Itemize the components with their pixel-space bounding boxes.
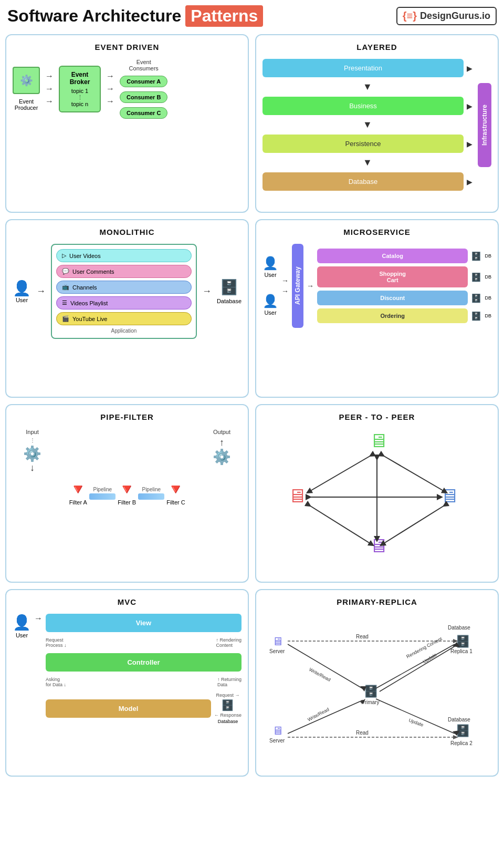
svg-line-8 — [288, 644, 362, 688]
layer-row-presentation: Presentation ▶ — [262, 59, 472, 77]
micro-arrow-1: → — [281, 276, 289, 285]
mvc-view-labels: RequestProcess ↓ ↑ RenderingContent — [46, 637, 242, 648]
output-label: Output — [213, 429, 230, 435]
mvc-db: Request → 🗄️ ← Response Database — [214, 693, 242, 724]
replica1-label: Replica 1 — [450, 648, 472, 654]
micro-user-label-1: User — [264, 272, 276, 278]
layered-box: LAYERED Presentation ▶ ▼ Business ▶ ▼ Pe… — [255, 34, 499, 213]
db-top-header: Database — [448, 625, 470, 631]
pipe-top-row: Input ⋮ ⚙️ ↓ Output ↑ ⚙️ — [13, 429, 242, 473]
producer-label: EventProducer — [15, 98, 38, 111]
db-cart: 🗄️ — [471, 272, 481, 282]
service-ordering: Ordering — [317, 308, 468, 323]
monolithic-title: MONOLITHIC — [13, 228, 242, 236]
user-icon-mono: 👤 — [13, 280, 31, 297]
svg-line-2 — [309, 505, 372, 544]
mvc-user-label: User — [16, 632, 28, 638]
layer-row-database: Database ▶ — [262, 172, 472, 191]
mono-app-box: ▷ User Videos 💬 User Comments 📺 Channels… — [51, 244, 197, 339]
mvc-model-row: Model Request → 🗄️ ← Response Database — [46, 693, 242, 724]
returning-label: ↑ ReturningData — [217, 677, 242, 687]
db-label-ordering: DB — [485, 313, 491, 318]
filter-a-label: Filter A — [69, 499, 87, 505]
svg-line-13 — [288, 700, 362, 734]
pipe-filter-row: 🔻 Filter A Pipeline 🔻 Filter B Pipeline … — [69, 481, 185, 505]
logo-text: DesignGurus.io — [420, 11, 490, 22]
user-icon-micro-2: 👤 — [262, 294, 278, 308]
layer-arrow-1: ▶ — [467, 64, 472, 73]
arrow-3: → — [45, 97, 54, 106]
db-ordering: 🗄️ — [471, 311, 481, 321]
layer-database: Database — [262, 172, 464, 191]
micro-content: 👤 User 👤 User → → API Gateway → Catalog … — [262, 244, 491, 328]
svg-line-0 — [309, 455, 372, 492]
filter-a-icon: 🔻 — [69, 481, 87, 498]
filter-b: 🔻 Filter B — [118, 481, 136, 505]
request2-label: Request → — [216, 693, 239, 698]
db-label-mvc: Database — [218, 719, 238, 724]
write-read-label-top: Write/Read — [308, 667, 331, 683]
broker-topics: topic 1⋮topic n — [65, 88, 94, 107]
read-label-bot: Read — [356, 730, 369, 736]
micro-arrows: → → — [281, 276, 289, 295]
monolithic-content: 👤 User → ▷ User Videos 💬 User Comments 📺… — [13, 244, 242, 339]
logo-bracket: {≡} — [403, 10, 417, 22]
event-driven-title: EVENT DRIVEN — [13, 43, 242, 51]
microservice-box: MICROSERVICE 👤 User 👤 User → → API Gatew… — [255, 219, 499, 398]
list-icon: ☰ — [62, 300, 67, 306]
comment-icon: 💬 — [62, 268, 69, 275]
app-label: Application — [56, 328, 192, 334]
db-catalog: 🗄️ — [471, 251, 481, 261]
event-producer: ⚙️ EventProducer — [13, 67, 40, 111]
consumers-header: EventConsumers — [120, 59, 167, 71]
mono-item-channels: 📺 Channels — [56, 281, 192, 294]
layer-arrow-4: ▶ — [467, 178, 472, 186]
p2p-content: 🖥 🖥 🖥 🖥 — [262, 429, 491, 560]
row-2: MONOLITHIC 👤 User → ▷ User Videos 💬 User… — [5, 219, 499, 398]
micro-user-2: 👤 User — [262, 294, 278, 316]
mono-user: 👤 User — [13, 280, 31, 303]
event-broker: EventBroker topic 1⋮topic n — [59, 66, 101, 112]
monolithic-box: MONOLITHIC 👤 User → ▷ User Videos 💬 User… — [5, 219, 249, 398]
layer-row-business: Business ▶ — [262, 97, 472, 115]
api-gateway: API Gateway — [292, 244, 303, 328]
arrow-cb: → — [106, 84, 114, 94]
micro-services: Catalog 🗄️ DB ShoppingCart 🗄️ DB Discoun… — [317, 249, 491, 323]
down-arrow-2: ▼ — [262, 119, 472, 130]
db-bot-icon: 🗄️ — [456, 724, 470, 738]
pipe-bar-2 — [138, 493, 164, 500]
svg-line-3 — [382, 505, 445, 544]
broker-title: EventBroker — [65, 71, 94, 86]
layer-persistence: Persistence — [262, 135, 464, 153]
mvc-controller: Controller — [46, 653, 242, 672]
mono-item-live: 🎬 YouTube Live — [56, 312, 192, 325]
filter-b-label: Filter B — [118, 499, 136, 505]
db-bot-header: Database — [448, 717, 470, 723]
pipe-input: Input ⋮ ⚙️ ↓ — [23, 429, 41, 473]
primary-replica-title: PRIMARY-REPLICA — [262, 597, 491, 606]
service-row-cart: ShoppingCart 🗄️ DB — [317, 266, 491, 287]
mono-item-playlist: ☰ Videos Playlist — [56, 296, 192, 309]
mvc-boxes: View RequestProcess ↓ ↑ RenderingContent… — [46, 614, 242, 724]
p2p-node-left: 🖥 — [288, 485, 307, 507]
primary-replica-box: PRIMARY-REPLICA 🖥 Server 🖥 Server 🗄️ Pri… — [255, 589, 499, 777]
pipe-connector-2: Pipeline — [138, 487, 164, 500]
layer-arrow-2: ▶ — [467, 102, 472, 110]
arrow-app-db: → — [202, 286, 212, 297]
rendering-label: ↑ RenderingContent — [216, 637, 242, 648]
mvc-user: 👤 User — [13, 614, 31, 638]
consumer-b: Consumer B — [120, 91, 167, 103]
down-arrow-3: ▼ — [262, 157, 472, 168]
pipe-connector-1: Pipeline — [89, 487, 116, 500]
server-top-icon: 🖥 — [272, 635, 284, 648]
down-arrow-1: ▼ — [262, 81, 472, 92]
micro-user-label-2: User — [264, 309, 276, 316]
filter-b-icon: 🔻 — [118, 481, 136, 498]
microservice-title: MICROSERVICE — [262, 228, 491, 236]
down-dotted: ⋮ — [30, 437, 35, 443]
row-1: EVENT DRIVEN ⚙️ EventProducer → → → Even… — [5, 34, 499, 213]
arrow-1: → — [45, 71, 54, 81]
consumer-c: Consumer C — [120, 107, 167, 119]
mono-db: 🗄️ Database — [217, 278, 242, 304]
title-normal: Software Architecture — [7, 6, 181, 26]
